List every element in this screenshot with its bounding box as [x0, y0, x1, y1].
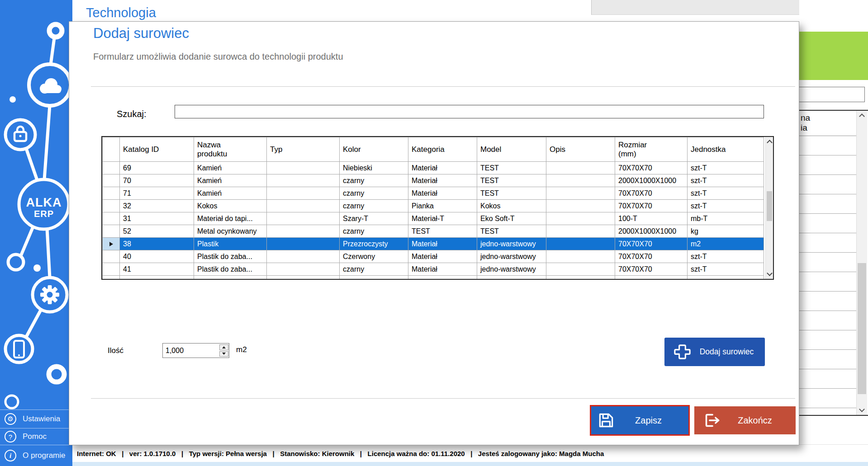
sidebar-item-label: O programie — [23, 451, 65, 460]
table-scrollbar[interactable] — [765, 137, 773, 279]
finish-button[interactable]: Zakończ — [694, 406, 796, 434]
sidebar-item-about[interactable]: i O programie — [0, 445, 72, 466]
dialog-subtitle: Formularz umożliwia dodanie surowca do t… — [93, 52, 343, 62]
background-text-input[interactable] — [799, 87, 865, 102]
column-header[interactable]: Opis — [546, 137, 615, 162]
row-indicator-header — [103, 137, 120, 162]
question-icon: ? — [5, 431, 16, 442]
table-row[interactable]: 32Kokos czarnyPiankaKokos 70X70X70szt-T — [103, 200, 764, 212]
background-grid-header: na ia — [799, 111, 856, 136]
add-material-button[interactable]: Dodaj surowiec — [664, 338, 765, 366]
table-row[interactable]: 70Kamień czarnyMateriałTEST 2000X1000X10… — [103, 174, 764, 187]
sidebar: ALKA ERP — [0, 0, 72, 466]
grid-row — [799, 233, 856, 253]
save-button[interactable]: Zapisz — [590, 405, 690, 436]
table-row[interactable]: 31Materiał do tapi... Szary-TMateriał-TE… — [103, 212, 764, 225]
search-label: Szukaj: — [117, 109, 147, 119]
column-header[interactable]: Nazwa produktu — [194, 137, 267, 162]
add-button-label: Dodaj surowiec — [693, 347, 760, 357]
logo-text-line1: ALKA — [26, 196, 62, 209]
save-floppy-icon — [597, 411, 616, 430]
scroll-down-icon[interactable] — [859, 406, 865, 412]
grid-row — [799, 272, 856, 292]
scrollbar-thumb[interactable] — [858, 263, 866, 394]
selected-row-indicator-icon — [109, 242, 113, 246]
quantity-input[interactable] — [163, 344, 219, 358]
lock-circle — [5, 120, 35, 150]
table-row-partial[interactable]: 42Plastik do zaba... CzerwonyMateriałjed… — [103, 276, 764, 280]
scrollbar-thumb[interactable] — [767, 191, 772, 221]
table-row[interactable]: 69Kamień NiebieskiMateriałTEST 70X70X70s… — [103, 162, 764, 174]
quantity-down-button[interactable] — [219, 351, 228, 357]
green-highlight-bar — [799, 32, 868, 80]
sidebar-item-label: Pomoc — [23, 432, 47, 441]
gear-icon: ⚙ — [5, 413, 16, 425]
scroll-up-icon[interactable] — [859, 113, 865, 119]
quantity-unit: m2 — [236, 345, 247, 354]
table-row[interactable]: 71Kamień czarnyMateriałTEST 70X70X70szt-… — [103, 187, 764, 200]
ring-icon — [49, 24, 62, 37]
ring-icon — [5, 395, 18, 408]
column-header[interactable]: Model — [477, 137, 546, 162]
bottom-strip — [72, 462, 868, 466]
grid-row — [799, 350, 856, 369]
grid-header-fragment: na — [801, 113, 856, 123]
sidebar-item-settings[interactable]: ⚙ Ustawienia — [0, 410, 72, 428]
sidebar-item-label: Ustawienia — [23, 414, 60, 424]
column-header[interactable]: Rozmiar (mm) — [615, 137, 688, 162]
background-grid-scrollbar[interactable] — [856, 111, 867, 415]
add-material-dialog: Dodaj surowiec Formularz umożliwia dodan… — [69, 21, 799, 445]
grid-row — [799, 311, 856, 330]
column-header[interactable]: Typ — [267, 137, 340, 162]
sidebar-item-help[interactable]: ? Pomoc — [0, 428, 72, 445]
grid-row — [799, 194, 856, 214]
finish-button-label: Zakończ — [721, 415, 788, 426]
grid-row — [799, 369, 856, 389]
exit-icon — [701, 411, 721, 430]
scroll-down-icon[interactable] — [767, 270, 773, 276]
grid-row — [799, 330, 856, 350]
background-window-panel: na ia — [799, 0, 868, 466]
grid-row — [799, 214, 856, 233]
materials-table: Katalog ID Nazwa produktu Typ Kolor Kate… — [101, 136, 774, 280]
up-arrow-icon — [222, 346, 226, 348]
grid-header-fragment: ia — [801, 123, 856, 133]
grid-row — [799, 253, 856, 272]
divider — [91, 398, 795, 399]
sidebar-network-graphic: ALKA ERP — [0, 0, 72, 411]
grid-row — [799, 136, 856, 155]
table-row-selected[interactable]: 38Plastik PrzezroczystyMateriałjedno-war… — [103, 238, 764, 250]
status-bar: Internet: OK | ver: 1.0.1710.0 | Typ wer… — [72, 444, 868, 462]
column-header[interactable]: Kategoria — [408, 137, 477, 162]
grid-row — [799, 155, 856, 175]
table-header-row: Katalog ID Nazwa produktu Typ Kolor Kate… — [103, 137, 764, 162]
ring-icon — [8, 254, 24, 270]
ring-icon — [49, 367, 64, 382]
gear-icon — [40, 285, 59, 304]
grid-row — [799, 292, 856, 311]
divider — [91, 86, 795, 87]
status-text: Internet: OK | ver: 1.0.1710.0 | Typ wer… — [77, 450, 604, 457]
grid-row — [799, 389, 856, 408]
logo-text-line2: ERP — [34, 209, 54, 219]
column-header[interactable]: Kolor — [340, 137, 408, 162]
plus-icon — [672, 341, 693, 362]
quantity-stepper — [162, 343, 229, 358]
quantity-up-button[interactable] — [219, 344, 228, 350]
page-title: Technologia — [86, 5, 156, 20]
save-button-label: Zapisz — [616, 415, 681, 426]
background-grid: na ia — [799, 110, 868, 416]
table-row[interactable]: 41Plastik do zaba... czarnyMateriałjedno… — [103, 263, 764, 276]
dot — [9, 96, 16, 103]
column-header[interactable]: Jednostka — [688, 137, 764, 162]
table-row[interactable]: 40Plastik do zaba... CzerwonyMateriałjed… — [103, 250, 764, 263]
dialog-title: Dodaj surowiec — [93, 25, 189, 42]
scroll-up-icon[interactable] — [767, 140, 773, 146]
column-header[interactable]: Katalog ID — [120, 137, 194, 162]
down-arrow-icon — [222, 353, 226, 355]
quantity-label: Ilość — [108, 346, 123, 355]
grid-row — [799, 175, 856, 194]
table-row[interactable]: 52Metal ocynkowany czarnyTESTTEST 2000X1… — [103, 225, 764, 238]
search-input[interactable] — [175, 105, 764, 118]
dot — [33, 264, 41, 272]
